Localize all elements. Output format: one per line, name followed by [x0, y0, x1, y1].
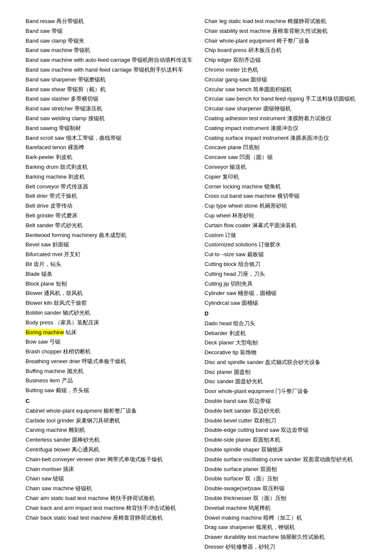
- list-item: Chair back and arm impact test machine 椅…: [26, 504, 196, 513]
- list-item: Cutting jip 切削夹具: [205, 280, 375, 289]
- list-item: Band saw welding clamp 接锯机: [26, 114, 196, 123]
- list-item: Drag saw sharpener 狐尾机，锉锯机: [205, 523, 375, 532]
- list-item: Circular saw bench for band feed ripping…: [205, 95, 375, 104]
- list-item: Boring machine 钻床: [26, 328, 196, 337]
- list-item: Belt grinder 带式磨床: [26, 211, 196, 220]
- list-item: Circular saw bench 简单圆面积锯机: [205, 85, 375, 94]
- list-item: Dowel making machine 暗榫（加工）机: [205, 514, 375, 523]
- list-item: Dovetail machine 鸠尾榫机: [205, 504, 375, 513]
- list-item: Chromo meter 比色机: [205, 66, 375, 75]
- list-item: Chair whole-plant equipment 椅子整厂设备: [205, 37, 375, 46]
- list-item: Barefaced tenon 裸面榫: [26, 143, 196, 152]
- list-item: Chair aim static load test machine 椅扶手静荷…: [26, 494, 196, 503]
- list-item: Custom 订做: [205, 231, 375, 240]
- list-item: Circular gang-saw 圆排锯: [205, 75, 375, 84]
- list-item: Cabinet whole-plant equipment 橱柜整厂设备: [26, 407, 196, 416]
- list-item: Double surfacer 双（面）压刨: [205, 474, 375, 483]
- list-item: Chain-belt conveyer veneer drier 网带式单项式板…: [26, 455, 196, 464]
- left-column: Band resaw 再分带锯机Band saw 带锯Band saw clam…: [26, 17, 196, 552]
- list-item: Band resaw 再分带锯机: [26, 17, 196, 26]
- list-item: Double surface oscillating curve sander …: [205, 455, 375, 464]
- list-item: Breathing veneer drier 呼吸式单板干燥机: [26, 357, 196, 366]
- list-item: Buffing machine 抛光机: [26, 367, 196, 376]
- list-item: Drawer durability test machine 抽屉耐久性试验机: [205, 533, 375, 542]
- list-item: Carving machine 雕刻机: [26, 426, 196, 435]
- list-item: Copier 复印机: [205, 173, 375, 182]
- list-item: Band sawing 带锯制材: [26, 124, 196, 133]
- list-item: Deck planer 大型电刨: [205, 338, 375, 347]
- list-item: Blower 通风机，鼓风机: [26, 289, 196, 298]
- list-item: Corner locking machine 锁角机: [205, 182, 375, 191]
- list-item: C: [26, 397, 196, 406]
- list-item: Band saw machine with auto-feed carriage…: [26, 56, 196, 65]
- list-item: Centrifugal blower 离心通风机: [26, 445, 196, 454]
- list-item: Blade 锯条: [26, 270, 196, 279]
- list-item: Chair stability test machine 座椅靠背耐久性试验机: [205, 27, 375, 36]
- list-item: Band scroll saw 细木工带锯，曲线带锯: [26, 134, 196, 143]
- list-item: Double spindle shaper 双轴铣床: [205, 445, 375, 454]
- list-item: Belt drive 皮带传动: [26, 202, 196, 211]
- list-item: Coating adhesion test instrument 漆膜附着力试验…: [205, 114, 375, 123]
- list-item: Carbide tool grinder 炭素钢刀具研磨机: [26, 416, 196, 425]
- list-item: Brash chopper 枝梢切断机: [26, 347, 196, 356]
- list-item: Cutting block 组合铣刀: [205, 260, 375, 269]
- list-item: Cylinder saw 桶形锯，圆桶锯: [205, 289, 375, 298]
- list-item: Barking drum 鼓式剥皮机: [26, 163, 196, 172]
- list-item: Double band saw 双边带锯: [205, 397, 375, 406]
- list-item: Bobbin sander 轴式砂光机: [26, 309, 196, 318]
- list-item: Double bevel cutter 双斜刨刀: [205, 416, 375, 425]
- list-item: Concave saw 凹面（圆）锯: [205, 153, 375, 162]
- list-item: Cup type wheel stone 机碗形砂轮: [205, 202, 375, 211]
- list-item: Block plane 短刨: [26, 280, 196, 289]
- list-item: Belt sander 带式砂光机: [26, 221, 196, 230]
- list-item: Door whole-plant equipment 门斗整厂设备: [205, 387, 375, 396]
- list-item: Dado head 组合刀头: [205, 319, 375, 328]
- list-item: Band saw 带锯: [26, 27, 196, 36]
- list-item: Band saw sharpener 带锯磨锯机: [26, 75, 196, 84]
- list-item: Bifurcated rivet 开叉钉: [26, 250, 196, 259]
- list-item: Band saw shear 带锯剪（截）机: [26, 85, 196, 94]
- list-item: Belt conveyor 带式传送器: [26, 182, 196, 191]
- list-item: Chain saw machine 链锯机: [26, 484, 196, 493]
- list-item: Double belt sander 双边砂光机: [205, 407, 375, 416]
- list-item: Debarder 剥皮机: [205, 329, 375, 338]
- list-item: Business item 产品: [26, 376, 196, 385]
- list-item: Dresser 砂轮修整器，砂轮刀: [205, 543, 375, 552]
- list-item: Disc planer 圆盘刨: [205, 368, 375, 377]
- list-item: Bow saw 弓锯: [26, 338, 196, 347]
- list-item: Cylindrcal saw 圆桶锯: [205, 299, 375, 308]
- list-item: Double-edge cutting band saw 双边齿带锯: [205, 426, 375, 435]
- list-item: Bit 齿片，钻头: [26, 260, 196, 269]
- list-item: Centerless sander 圆棒砂光机: [26, 436, 196, 445]
- list-item: D: [205, 309, 375, 318]
- term-translation: 钻床: [64, 329, 77, 335]
- list-item: Bentwood forming machinery 曲木成型机: [26, 231, 196, 240]
- highlighted-term: Boring machine: [26, 329, 64, 335]
- page-container: Band resaw 再分带锯机Band saw 带锯Band saw clam…: [26, 17, 375, 552]
- list-item: Chain mortiser 插床: [26, 465, 196, 474]
- list-item: Band saw machine 带锯机: [26, 46, 196, 55]
- list-item: Coating surface impact instrument 漆膜表面冲击…: [205, 134, 375, 143]
- list-item: Double-side planer 双面刨木机: [205, 436, 375, 445]
- list-item: Bark-peeler 剥皮机: [26, 153, 196, 162]
- list-item: Decorative tip 装饰物: [205, 348, 375, 357]
- list-item: Chip board press 碎木板压合机: [205, 46, 375, 55]
- list-item: Concave plane 凹底刨: [205, 143, 375, 152]
- list-item: Double surface planer 双面刨: [205, 465, 375, 474]
- list-item: Barking machine 剥皮机: [26, 173, 196, 182]
- list-item: Disc and spindle sander 盘式轴式联合砂光设备: [205, 358, 375, 367]
- list-item: Band saw stretcher 带锯滚压机: [26, 104, 196, 113]
- list-item: Double thicknesser 双（面）压刨: [205, 494, 375, 503]
- list-item: Butting saw 截锯，齐头锯: [26, 386, 196, 395]
- list-item: Cup wheel 杯形砂轮: [205, 211, 375, 220]
- list-item: Curtain flow coater 淋幕式平面涂装机: [205, 221, 375, 230]
- list-item: Band saw machine with hand-feed carriage…: [26, 66, 196, 75]
- list-item: Band saw clamp 带锯夹: [26, 37, 196, 46]
- list-item: Cross cut band saw machine 横切带锯: [205, 192, 375, 201]
- list-item: Blower kiln 鼓风式干燥窑: [26, 299, 196, 308]
- list-item: Bevel saw 斜面锯: [26, 240, 196, 249]
- list-item: Customized solutions 订做胶水: [205, 240, 375, 249]
- list-item: Double-swage(set)saw 双压料锯: [205, 484, 375, 493]
- list-item: Chair leg static load test machine 椅腿静荷试…: [205, 17, 375, 26]
- list-item: Cut-to –size saw 裁板锯: [205, 250, 375, 259]
